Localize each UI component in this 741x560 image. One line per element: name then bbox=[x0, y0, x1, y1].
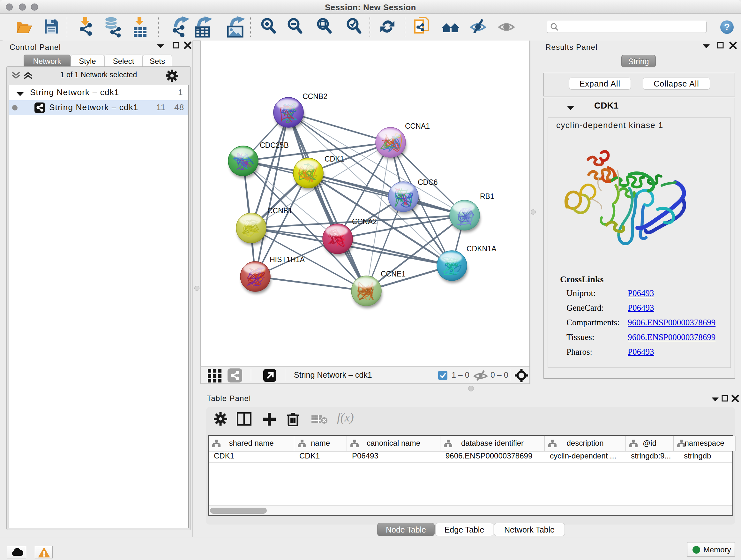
svg-text:CCNB1: CCNB1 bbox=[267, 206, 292, 215]
svg-text:HIST1H1A: HIST1H1A bbox=[270, 255, 305, 264]
svg-text:CCNE1: CCNE1 bbox=[381, 270, 406, 278]
svg-text:RB1: RB1 bbox=[480, 192, 494, 200]
svg-text:CCNA2: CCNA2 bbox=[352, 217, 377, 226]
svg-text:CDK1: CDK1 bbox=[325, 155, 344, 163]
svg-text:CDKN1A: CDKN1A bbox=[467, 245, 496, 253]
svg-text:CDC25B: CDC25B bbox=[260, 141, 289, 149]
svg-text:CDC6: CDC6 bbox=[418, 178, 438, 186]
svg-text:CCNA1: CCNA1 bbox=[405, 122, 430, 130]
svg-text:?: ? bbox=[724, 22, 730, 32]
svg-text:CCNB2: CCNB2 bbox=[302, 92, 327, 101]
